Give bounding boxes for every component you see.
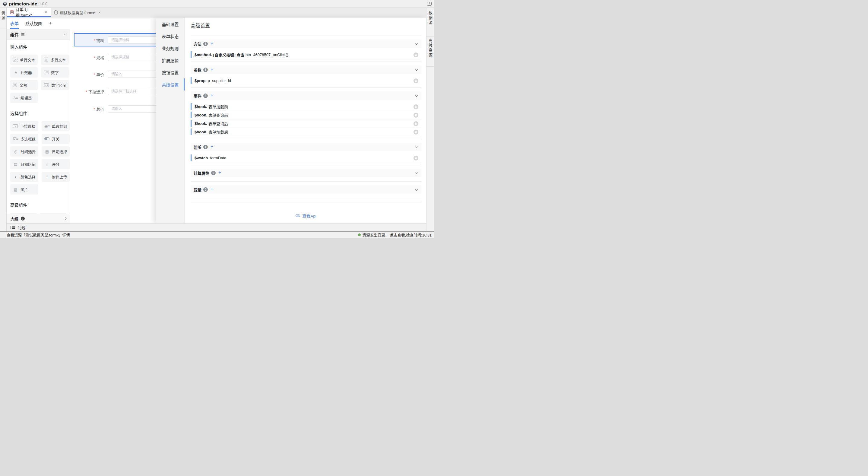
settings-menu-business-rules[interactable]: 业务规则 — [156, 42, 184, 54]
hook-item-before-form-query[interactable]: $hook. 表单查询前 — [191, 111, 421, 119]
tab-label: 订单明细.formx* — [16, 6, 42, 18]
field-label: 物料 — [96, 38, 104, 43]
delete-icon[interactable] — [413, 53, 418, 57]
count-badge: 0 — [211, 171, 216, 175]
component-image[interactable]: ▨图片 — [10, 184, 38, 195]
app-version: 1.0.0 — [39, 2, 48, 6]
counter-icon: ± — [13, 70, 18, 75]
add-icon[interactable]: + — [211, 41, 213, 46]
prop-item[interactable]: $prop. p_supplier_id — [191, 77, 421, 85]
section-header-watchers[interactable]: 监听 1 + — [191, 143, 421, 151]
component-select[interactable]: ⌄下拉选择 — [10, 121, 38, 131]
switch-icon — [44, 137, 50, 140]
required-asterisk: * — [93, 73, 95, 77]
editor-icon: A≡ — [13, 96, 18, 100]
section-header-events[interactable]: 事件 4 + — [191, 91, 421, 100]
view-api-link[interactable]: 查看Api — [191, 213, 421, 219]
add-icon[interactable]: + — [211, 187, 213, 191]
chevron-down-icon[interactable] — [415, 42, 418, 45]
component-money[interactable]: ¥金额 — [10, 80, 38, 90]
component-color-picker[interactable]: ◐颜色选择 — [10, 172, 38, 182]
problems-bar[interactable]: 问题 — [7, 223, 426, 231]
hook-item-before-form-load[interactable]: $hook. 表单加载前 — [191, 102, 421, 111]
delete-icon[interactable] — [413, 105, 418, 109]
view-tab-form[interactable]: 表单 — [10, 18, 19, 29]
component-number-range[interactable]: 1~3数字区间 — [41, 80, 69, 90]
section-title-select-components: 选择组件 — [10, 110, 66, 116]
component-date-range[interactable]: ▤日期区间 — [10, 159, 38, 169]
section-title-input-components: 输入组件 — [10, 44, 66, 50]
rail-item-datasource[interactable]: 数据源 — [427, 11, 433, 25]
textarea-icon: A — [44, 58, 48, 62]
list-menu-icon — [22, 33, 25, 36]
settings-menu-extension-logic[interactable]: 扩展逻辑 — [156, 54, 184, 66]
component-textarea[interactable]: A多行文本 — [41, 55, 69, 65]
rail-item-resources[interactable]: 资源 — [0, 11, 6, 21]
method-item[interactable]: $method. [自定义按钮] 点击 btn_46078507_onClick… — [191, 51, 421, 59]
delete-icon[interactable] — [413, 130, 418, 135]
chevron-down-icon[interactable] — [64, 32, 67, 35]
component-rating[interactable]: ☆评分 — [42, 159, 70, 169]
status-dot-icon — [358, 234, 361, 236]
outline-bar[interactable]: 大纲 i — [7, 214, 70, 223]
settings-menu-advanced-settings[interactable]: 高级设置 — [156, 79, 184, 90]
watch-item-formdata[interactable]: $watch. formData — [191, 154, 421, 162]
component-editor[interactable]: A≡编辑器 — [10, 93, 38, 103]
file-tab-bar: 订单明细.formx* × 测试数据类型.formx* × — [7, 8, 426, 18]
chevron-down-icon[interactable] — [415, 68, 418, 71]
count-badge: 1 — [203, 67, 208, 72]
add-icon[interactable]: + — [218, 170, 221, 175]
tab-test-datatype-formx[interactable]: 测试数据类型.formx* × — [51, 8, 104, 17]
section-header-computed[interactable]: 计算属性 0 + — [191, 169, 421, 177]
components-panel-header[interactable]: 组件 — [7, 29, 70, 39]
hook-item-after-form-load[interactable]: $hook. 表单加载后 — [191, 128, 421, 136]
component-checkbox-group[interactable]: ☑≡多选框组 — [10, 133, 38, 144]
component-number[interactable]: 123数字 — [41, 67, 69, 78]
settings-menu-basic[interactable]: 基础设置 — [156, 18, 184, 30]
rail-item-offline-resources[interactable]: 离线资源 — [427, 39, 433, 58]
money-icon: ¥ — [13, 83, 17, 87]
add-view-button[interactable]: + — [49, 20, 52, 26]
chevron-down-icon[interactable] — [415, 145, 418, 148]
add-icon[interactable]: + — [211, 67, 213, 72]
add-icon[interactable]: + — [211, 93, 213, 98]
component-counter[interactable]: ±计数器 — [10, 67, 38, 78]
chevron-right-icon[interactable] — [64, 217, 67, 220]
problems-label: 问题 — [18, 225, 25, 230]
settings-menu-button-settings[interactable]: 按钮设置 — [156, 66, 184, 79]
delete-icon[interactable] — [413, 79, 418, 83]
close-icon[interactable]: × — [98, 10, 101, 14]
panel-toggle-icon[interactable] — [427, 2, 432, 6]
status-resource-detail[interactable]: 查看资源「测试数据类型.formx」详情 — [7, 232, 70, 238]
chevron-down-icon[interactable] — [415, 94, 418, 97]
delete-icon[interactable] — [413, 156, 418, 160]
item-accent-bar — [191, 120, 191, 127]
component-switch[interactable]: 开关 — [42, 133, 70, 144]
count-badge: 1 — [203, 145, 208, 149]
delete-icon[interactable] — [413, 121, 418, 126]
component-radio-group[interactable]: ◉≡单选框组 — [42, 121, 70, 131]
title-bar: primeton-ide 1.0.0 — [0, 0, 434, 8]
tab-order-detail-formx[interactable]: 订单明细.formx* × — [7, 8, 51, 17]
component-text-input[interactable]: A单行文本 — [10, 55, 38, 65]
settings-menu-form-state[interactable]: 表单状态 — [156, 30, 184, 42]
chevron-down-icon[interactable] — [415, 171, 418, 174]
info-icon: i — [21, 216, 25, 220]
chevron-down-icon[interactable] — [415, 188, 418, 191]
section-header-variables[interactable]: 变量 0 + — [191, 185, 421, 194]
component-date-picker[interactable]: ▦日期选择 — [42, 146, 70, 156]
add-icon[interactable]: + — [211, 144, 213, 149]
hook-item-after-form-query[interactable]: $hook. 表单查询后 — [191, 119, 421, 128]
section-header-methods[interactable]: 方法 1 + — [191, 39, 421, 48]
count-badge: 1 — [203, 41, 208, 46]
component-time-picker[interactable]: ◷时间选择 — [10, 146, 38, 156]
close-icon[interactable]: × — [44, 10, 47, 14]
item-accent-bar — [191, 51, 191, 58]
section-header-params[interactable]: 参数 1 + — [191, 65, 421, 74]
component-attachment-upload[interactable]: ↥附件上传 — [42, 172, 70, 182]
color-picker-icon: ◐ — [13, 175, 18, 179]
components-panel: 组件 输入组件 A单行文本 A多行文本 ±计数器 123数字 ¥金额 1~3数字… — [7, 29, 70, 223]
status-resource-changed[interactable]: 资源发生变更， 点击查看,检查时间:16:31 — [358, 232, 432, 238]
view-tab-default-view[interactable]: 默认视图 — [25, 18, 42, 29]
delete-icon[interactable] — [413, 113, 418, 118]
